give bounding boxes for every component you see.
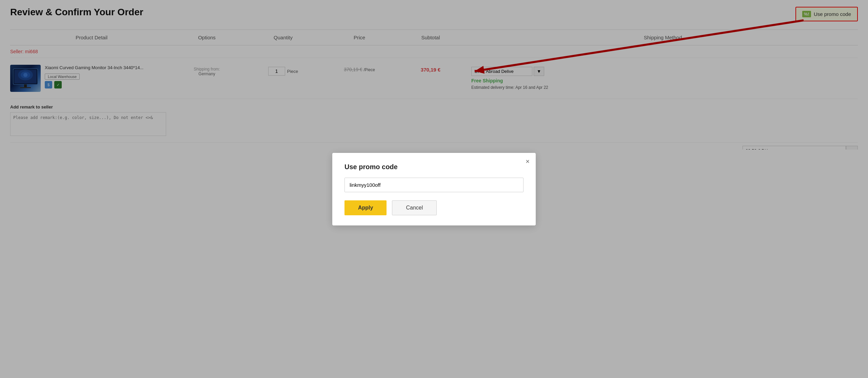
modal-overlay[interactable]: × Use promo code Apply Cancel [0,0,868,150]
